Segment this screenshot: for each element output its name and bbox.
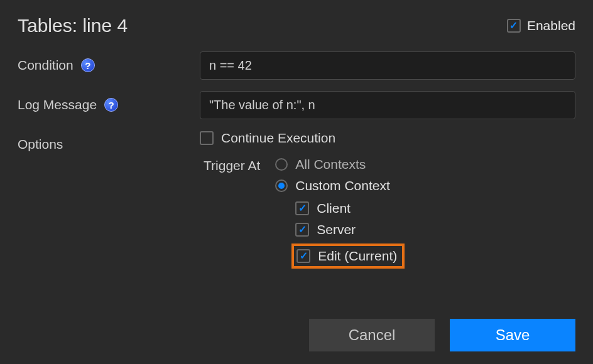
radio-all-contexts-label: All Contexts [295,157,366,172]
context-edit[interactable]: Edit (Current) [296,249,397,264]
radio-icon [275,158,288,171]
radio-icon [275,179,288,192]
help-icon[interactable]: ? [104,98,118,112]
radio-all-contexts[interactable]: All Contexts [275,157,405,172]
context-server[interactable]: Server [295,222,405,237]
condition-input[interactable] [200,51,575,80]
log-message-label: Log Message [18,97,97,112]
highlight-annotation: Edit (Current) [291,244,405,269]
context-client-label: Client [317,201,351,216]
context-client-checkbox[interactable] [295,201,309,215]
enabled-toggle[interactable]: Enabled [507,18,575,33]
radio-custom-context-label: Custom Context [295,178,390,193]
enabled-checkbox[interactable] [507,19,521,33]
help-icon[interactable]: ? [81,58,95,72]
log-message-input[interactable] [200,91,575,119]
continue-execution-checkbox[interactable] [200,131,214,145]
condition-label: Condition [18,58,73,73]
options-label: Options [18,137,63,152]
context-client[interactable]: Client [295,201,405,216]
context-server-label: Server [317,222,356,237]
context-edit-label: Edit (Current) [318,249,397,264]
context-server-checkbox[interactable] [295,223,309,237]
save-button[interactable]: Save [450,319,575,351]
trigger-at-label: Trigger At [204,157,260,173]
cancel-button[interactable]: Cancel [309,319,435,351]
enabled-label: Enabled [527,18,575,33]
dialog-title: Tables: line 4 [18,15,128,36]
context-edit-checkbox[interactable] [296,249,310,263]
radio-custom-context[interactable]: Custom Context [275,178,405,193]
continue-execution-option[interactable]: Continue Execution [200,131,575,146]
continue-execution-label: Continue Execution [221,131,335,146]
